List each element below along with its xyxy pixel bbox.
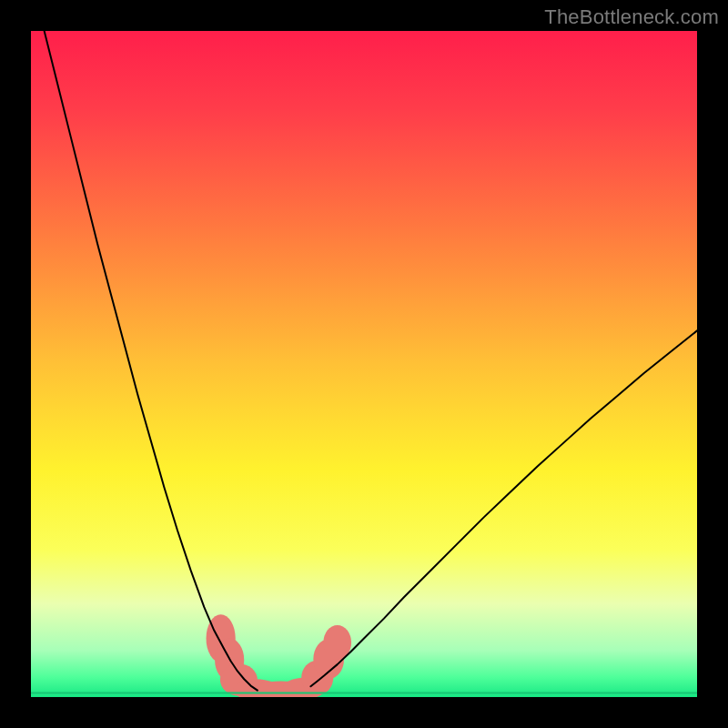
chart-frame: TheBottleneck.com bbox=[0, 0, 728, 728]
plot-area bbox=[31, 31, 697, 697]
gradient-bg bbox=[31, 31, 697, 697]
watermark-text: TheBottleneck.com bbox=[544, 5, 719, 29]
chart-svg bbox=[31, 31, 697, 697]
